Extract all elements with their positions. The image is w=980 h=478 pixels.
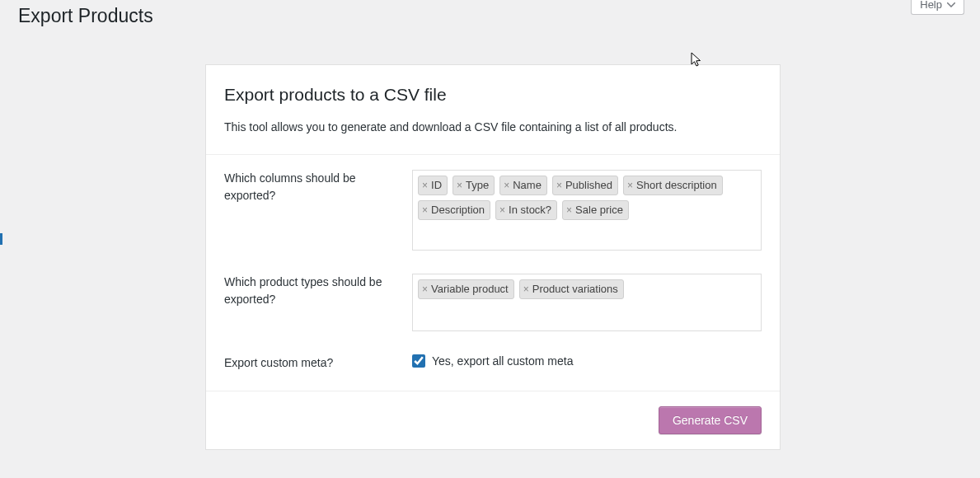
tag-label: Sale price xyxy=(575,204,623,216)
column-tag: ×Sale price xyxy=(562,200,629,220)
tag-label: Short description xyxy=(636,179,717,191)
remove-tag-icon[interactable]: × xyxy=(422,180,428,190)
generate-csv-button[interactable]: Generate CSV xyxy=(659,406,762,434)
panel-header: Export products to a CSV file This tool … xyxy=(206,65,780,155)
type-tag: ×Variable product xyxy=(418,279,514,299)
column-tag: ×Name xyxy=(499,176,547,195)
remove-tag-icon[interactable]: × xyxy=(504,180,509,190)
custom-meta-row: Export custom meta? Yes, export all cust… xyxy=(206,340,780,382)
tag-label: Variable product xyxy=(431,283,509,295)
column-tag: ×In stock? xyxy=(495,200,557,220)
panel-description: This tool allows you to generate and dow… xyxy=(224,120,762,136)
help-label: Help xyxy=(920,0,942,11)
panel-footer: Generate CSV xyxy=(206,391,780,449)
panel-heading: Export products to a CSV file xyxy=(224,85,762,105)
column-tag: ×ID xyxy=(418,176,448,195)
tag-label: Published xyxy=(565,179,612,191)
remove-tag-icon[interactable]: × xyxy=(566,205,572,215)
remove-tag-icon[interactable]: × xyxy=(422,284,428,294)
help-dropdown-button[interactable]: Help xyxy=(911,0,964,15)
tag-label: Name xyxy=(513,179,542,191)
columns-label: Which columns should be exported? xyxy=(224,170,412,251)
tag-label: ID xyxy=(431,179,442,191)
export-panel: Export products to a CSV file This tool … xyxy=(205,64,781,450)
custom-meta-label: Export custom meta? xyxy=(224,354,412,374)
column-tag: ×Published xyxy=(552,176,618,195)
remove-tag-icon[interactable]: × xyxy=(556,180,562,190)
remove-tag-icon[interactable]: × xyxy=(499,205,505,215)
columns-row: Which columns should be exported? ×ID×Ty… xyxy=(206,155,780,259)
tag-label: Description xyxy=(431,204,485,216)
column-tag: ×Short description xyxy=(623,176,723,195)
types-row: Which product types should be exported? … xyxy=(206,259,780,340)
remove-tag-icon[interactable]: × xyxy=(457,180,462,190)
column-tag: ×Type xyxy=(452,176,495,195)
custom-meta-checkbox-label[interactable]: Yes, export all custom meta xyxy=(412,354,762,374)
chevron-down-icon xyxy=(947,2,955,7)
remove-tag-icon[interactable]: × xyxy=(422,205,428,215)
types-multiselect[interactable]: ×Variable product×Product variations xyxy=(412,274,762,331)
columns-multiselect[interactable]: ×ID×Type×Name×Published×Short descriptio… xyxy=(412,170,762,251)
custom-meta-checkbox[interactable] xyxy=(412,354,425,368)
type-tag: ×Product variations xyxy=(519,279,624,299)
types-label: Which product types should be exported? xyxy=(224,274,412,331)
column-tag: ×Description xyxy=(418,200,490,220)
custom-meta-checkbox-text: Yes, export all custom meta xyxy=(432,354,573,368)
remove-tag-icon[interactable]: × xyxy=(627,180,633,190)
remove-tag-icon[interactable]: × xyxy=(523,284,529,294)
tag-label: Type xyxy=(466,179,489,191)
page-title: Export Products xyxy=(18,5,153,27)
tag-label: Product variations xyxy=(532,283,618,295)
tag-label: In stock? xyxy=(509,204,551,216)
